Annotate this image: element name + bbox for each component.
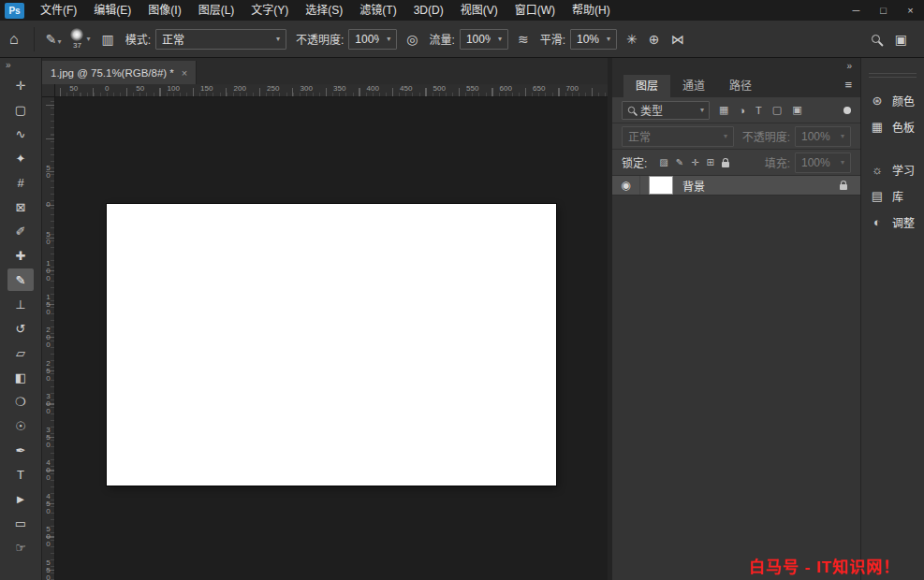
frame-tool[interactable]: ⊠ <box>7 196 34 218</box>
eraser-tool[interactable]: ▱ <box>7 341 34 364</box>
lock-row: 锁定: ▨✎✛⊞ 填充: 100% ▾ <box>612 150 860 176</box>
panel-color[interactable]: ⊛ 颜色 <box>861 87 924 113</box>
chevron-down-icon: ▾ <box>86 35 90 43</box>
layer-blend-mode-select[interactable]: 正常 ▾ <box>622 126 734 147</box>
fill-select[interactable]: 100% ▾ <box>795 152 851 173</box>
lock-position-icon[interactable]: ✛ <box>691 157 698 167</box>
flow-select[interactable]: 100% ▾ <box>460 29 508 50</box>
menu-item[interactable]: 3D(D) <box>405 0 452 21</box>
lasso-tool[interactable]: ∿ <box>7 123 34 145</box>
pressure-size-icon[interactable]: ⊕ <box>649 33 660 46</box>
hand-tool[interactable]: ☞ <box>7 536 34 558</box>
menu-item[interactable]: 帮助(H) <box>564 0 619 21</box>
toggle-brush-panel-icon[interactable]: ▥ <box>101 33 113 46</box>
pressure-opacity-icon[interactable]: ◎ <box>406 33 418 46</box>
filter-type-select[interactable]: 类型 ▾ <box>622 101 710 120</box>
crop-tool[interactable]: # <box>7 171 34 194</box>
tool-list: ✛ ▢ ∿ ✦ # ⊠ ✐ ✚ ✎ ⊥ <box>0 73 41 559</box>
close-icon[interactable]: × <box>182 67 187 79</box>
blur-tool[interactable]: ❍ <box>7 390 34 413</box>
chevron-down-icon: ▾ <box>387 35 390 43</box>
menu-item[interactable]: 图层(L) <box>190 0 243 21</box>
dodge-tool[interactable]: ☉ <box>7 414 34 437</box>
chevron-down-icon: ▾ <box>841 132 844 140</box>
eyedropper-tool[interactable]: ✐ <box>7 220 34 242</box>
blend-mode-select[interactable]: 正常 ▾ <box>155 29 286 50</box>
symmetry-icon[interactable]: ⋈ <box>670 33 683 46</box>
rectangular-marquee-tool[interactable]: ▢ <box>7 98 34 121</box>
brush-icon: ✎ <box>46 33 57 46</box>
ruler-number: 400 <box>357 84 390 93</box>
filter-shape-layers-icon[interactable]: ▢ <box>772 104 782 116</box>
home-icon[interactable]: ⌂ <box>9 32 19 47</box>
menu-item[interactable]: 图像(I) <box>139 0 189 21</box>
lock-label: 锁定: <box>622 154 647 170</box>
maximize-button[interactable]: □ <box>870 0 897 21</box>
minimize-button[interactable]: ─ <box>843 0 870 21</box>
lock-artboard-icon[interactable]: ⊞ <box>707 157 714 167</box>
panel-libraries[interactable]: ▤ 库 <box>861 182 924 209</box>
close-button[interactable]: × <box>897 0 924 21</box>
panel-learn[interactable]: ☼ 学习 <box>861 156 924 182</box>
tab-layers[interactable]: 图层 <box>623 75 670 97</box>
photoshop-logo[interactable]: Ps <box>5 3 24 19</box>
airbrush-icon[interactable]: ≋ <box>518 33 529 46</box>
path-selection-tool[interactable]: ► <box>7 487 34 510</box>
gear-icon[interactable]: ✳ <box>626 33 638 46</box>
filter-adjustment-layers-icon[interactable]: ◑ <box>739 105 745 116</box>
brush-tool-indicator[interactable]: ✎ ▾ <box>46 33 62 46</box>
tab-channels[interactable]: 通道 <box>670 75 717 97</box>
brush-tool[interactable]: ✎ <box>7 268 34 291</box>
filter-toggle-icon[interactable] <box>843 107 851 114</box>
quick-selection-tool[interactable]: ✦ <box>7 147 34 169</box>
dock-grip[interactable] <box>869 73 917 78</box>
lock-transparency-icon[interactable]: ▨ <box>659 157 667 167</box>
filter-type-layers-icon[interactable]: T <box>755 105 762 116</box>
ruler-number: 650 <box>522 84 556 93</box>
panel-menu-icon[interactable]: ≡ <box>844 78 852 92</box>
lock-all-icon[interactable] <box>722 162 729 167</box>
gradient-tool[interactable]: ◧ <box>7 366 34 388</box>
ruler-number: 0 <box>91 84 125 93</box>
document-canvas[interactable] <box>107 204 556 486</box>
history-brush-tool[interactable]: ↺ <box>7 317 34 340</box>
panel-label: 颜色 <box>892 93 915 109</box>
menu-item[interactable]: 编辑(E) <box>85 0 139 21</box>
type-tool[interactable]: T <box>7 463 34 486</box>
menu-item[interactable]: 滤镜(T) <box>351 0 404 21</box>
ruler-number: 200 <box>224 84 257 93</box>
panel-collapse-chevrons[interactable]: » <box>612 58 860 73</box>
rectangle-tool[interactable]: ▭ <box>7 512 34 534</box>
healing-brush-tool[interactable]: ✚ <box>7 244 34 267</box>
document-tab[interactable]: 1.jpg @ 75.1%(RGB/8#) * × <box>42 61 197 84</box>
menu-item[interactable]: 选择(S) <box>297 0 351 21</box>
search-icon[interactable] <box>872 35 880 43</box>
brush-preset-picker[interactable]: 37 ▾ <box>70 28 90 50</box>
menu-item[interactable]: 窗口(W) <box>506 0 564 21</box>
tool-icon: ✎ <box>16 273 26 287</box>
panel-adjustments[interactable]: ◐ 调整 <box>861 209 924 235</box>
move-tool[interactable]: ✛ <box>7 74 34 96</box>
filter-smart-objects-icon[interactable]: ▣ <box>792 104 801 116</box>
workspace-switcher-icon[interactable]: ▣ <box>895 33 907 46</box>
tab-paths[interactable]: 路径 <box>717 75 764 97</box>
layer-thumbnail[interactable] <box>649 176 673 195</box>
layer-opacity-select[interactable]: 100% ▾ <box>795 126 851 147</box>
layer-visibility-eye-icon[interactable]: ◉ <box>612 176 640 195</box>
menu-item[interactable]: 文件(F) <box>32 0 85 21</box>
layers-panel-group: » 图层通道路径 ≡ 类型 ▾ ▦◑T▢▣ <box>608 58 860 580</box>
menu-item[interactable]: 文字(Y) <box>242 0 297 21</box>
layer-row-background[interactable]: ◉ 背景 <box>612 176 860 196</box>
tool-bar: » ✛ ▢ ∿ ✦ # ⊠ ✐ ✚ <box>0 58 42 580</box>
panel-icon: ▤ <box>870 189 885 203</box>
opacity-select[interactable]: 100% ▾ <box>348 29 397 50</box>
pen-tool[interactable]: ✒ <box>7 439 34 461</box>
menu-item[interactable]: 视图(V) <box>452 0 506 21</box>
toolbar-collapse-chevrons[interactable]: » <box>0 58 41 73</box>
clone-stamp-tool[interactable]: ⊥ <box>7 293 34 315</box>
panel-swatches[interactable]: ▦ 色板 <box>861 113 924 139</box>
smoothing-select[interactable]: 10% ▾ <box>570 29 617 50</box>
document-tab-bar: 1.jpg @ 75.1%(RGB/8#) * × <box>42 58 608 84</box>
lock-pixels-icon[interactable]: ✎ <box>676 157 683 167</box>
filter-pixel-layers-icon[interactable]: ▦ <box>719 104 728 116</box>
